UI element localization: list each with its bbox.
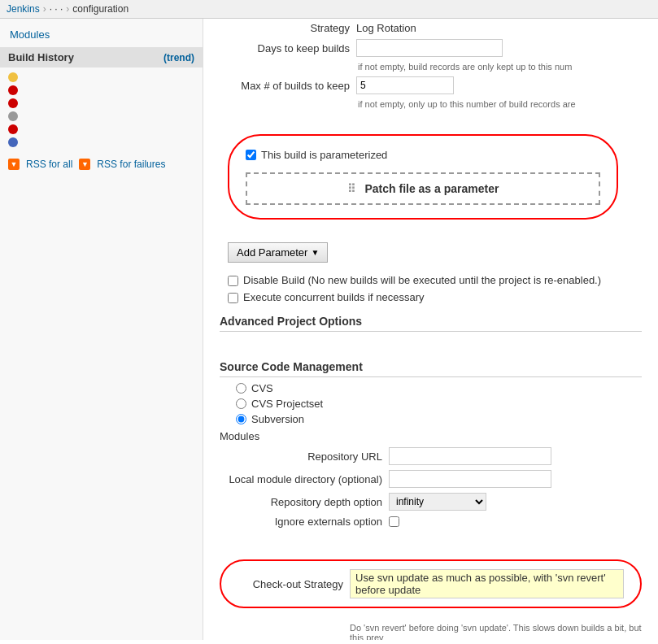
patch-file-dots: ⠿ — [347, 182, 355, 195]
parameterized-checkbox[interactable] — [246, 150, 256, 160]
rss-all-link[interactable]: RSS for all — [26, 159, 72, 170]
checkout-strategy-note: Do 'svn revert' before doing 'svn update… — [350, 623, 642, 640]
status-dot-red — [8, 98, 18, 108]
list-item — [8, 123, 194, 136]
modules-section-label: Modules — [220, 430, 301, 442]
modules-section-row: Modules — [220, 430, 642, 442]
rss-failures-link[interactable]: RSS for failures — [97, 159, 165, 170]
rss-all-icon: ▼ — [8, 159, 20, 170]
local-module-input[interactable] — [389, 470, 551, 488]
status-dot-red — [8, 85, 18, 95]
local-module-label: Local module directory (optional) — [220, 473, 382, 485]
main-content: Strategy Log Rotation Days to keep build… — [203, 19, 658, 640]
main-layout: Modules Build History (trend) — [0, 19, 658, 640]
days-to-keep-label: Days to keep builds — [220, 42, 350, 54]
ignore-externals-row: Ignore externals option — [220, 516, 642, 528]
status-dot-gray — [8, 111, 18, 121]
concurrent-builds-checkbox[interactable] — [228, 293, 238, 303]
cvs-radio[interactable] — [236, 383, 246, 394]
subversion-label: Subversion — [251, 413, 304, 425]
days-to-keep-row: Days to keep builds — [220, 39, 642, 57]
jenkins-link[interactable]: Jenkins — [7, 3, 40, 15]
cvs-projectset-radio-row: CVS Projectset — [236, 398, 642, 410]
days-to-keep-note: if not empty, build records are only kep… — [358, 62, 642, 72]
advanced-options-header: Advanced Project Options — [220, 315, 642, 332]
repo-depth-label: Repository depth option — [220, 496, 382, 508]
status-dot-yellow — [8, 72, 18, 82]
cvs-radio-row: CVS — [236, 382, 642, 394]
trend-link[interactable]: (trend) — [163, 52, 194, 63]
strategy-row: Strategy Log Rotation — [220, 22, 642, 34]
days-to-keep-input[interactable] — [356, 39, 503, 57]
concurrent-builds-row: Execute concurrent builds if necessary — [228, 291, 642, 303]
sep2: › — [66, 3, 69, 15]
concurrent-builds-label: Execute concurrent builds if necessary — [243, 291, 425, 303]
checkout-strategy-label: Check-out Strategy — [237, 578, 343, 590]
list-item — [8, 84, 194, 97]
status-dot-red — [8, 124, 18, 134]
list-item — [8, 136, 194, 149]
parameterized-label: This build is parameterized — [261, 149, 387, 161]
list-item — [8, 71, 194, 84]
list-item — [8, 110, 194, 123]
cvs-projectset-radio[interactable] — [236, 398, 246, 409]
cvs-label: CVS — [251, 382, 273, 394]
add-param-row: Add Parameter ▼ — [220, 242, 642, 263]
source-mgmt-header: Source Code Management — [220, 360, 642, 377]
repo-url-input[interactable] — [389, 447, 551, 465]
checkout-wrapper: Check-out Strategy Use svn update as muc… — [220, 551, 642, 616]
disable-build-checkbox[interactable] — [228, 276, 238, 286]
log-rotation-value: Log Rotation — [356, 22, 416, 34]
rss-links-section: ▼ RSS for all ▼ RSS for failures — [0, 152, 203, 176]
configuration-label: configuration — [72, 3, 129, 15]
sep1: › — [43, 3, 46, 15]
ignore-externals-checkbox[interactable] — [389, 516, 399, 527]
modules-link[interactable]: Modules — [10, 28, 50, 41]
repo-url-label: Repository URL — [220, 450, 382, 463]
add-parameter-button[interactable]: Add Parameter ▼ — [228, 242, 328, 263]
disable-build-row: Disable Build (No new builds will be exe… — [228, 274, 642, 286]
sidebar: Modules Build History (trend) — [0, 19, 203, 640]
breadcrumb-dots: · · · — [50, 3, 63, 15]
max-builds-input[interactable] — [356, 76, 454, 94]
list-item — [8, 97, 194, 110]
max-builds-note: if not empty, only up to this number of … — [358, 99, 642, 109]
build-history-title: Build History — [8, 51, 74, 63]
modules-link-section: Modules — [0, 25, 203, 47]
ignore-externals-label: Ignore externals option — [220, 516, 382, 528]
breadcrumb: Jenkins › · · · › configuration — [0, 0, 658, 19]
build-history-header: Build History (trend) — [0, 47, 203, 67]
strategy-section: Strategy Log Rotation Days to keep build… — [220, 22, 642, 109]
disable-build-label: Disable Build (No new builds will be exe… — [243, 274, 601, 286]
checkout-strategy-value: Use svn update as much as possible, with… — [350, 569, 624, 598]
max-builds-label: Max # of builds to keep — [220, 80, 350, 92]
parameterized-section: This build is parameterized ⠿ Patch file… — [228, 134, 618, 220]
repo-depth-select[interactable]: infinity empty files immediates unknown — [389, 493, 486, 511]
repo-depth-row: Repository depth option infinity empty f… — [220, 493, 642, 511]
subversion-radio[interactable] — [236, 414, 246, 424]
add-parameter-label: Add Parameter — [237, 246, 307, 259]
repo-url-row: Repository URL — [220, 447, 642, 465]
patch-file-block: ⠿ Patch file as a parameter — [246, 172, 600, 205]
status-dot-blue — [8, 137, 18, 147]
subversion-radio-row: Subversion — [236, 413, 642, 425]
checkout-strategy-section: Check-out Strategy Use svn update as muc… — [220, 559, 642, 608]
rss-failures-icon: ▼ — [79, 159, 90, 170]
cvs-projectset-label: CVS Projectset — [251, 398, 323, 410]
max-builds-row: Max # of builds to keep — [220, 76, 642, 94]
build-list — [0, 67, 203, 152]
local-module-row: Local module directory (optional) — [220, 470, 642, 488]
patch-file-label: Patch file as a parameter — [364, 182, 499, 195]
dropdown-arrow-icon: ▼ — [311, 248, 319, 257]
parameterized-check-row: This build is parameterized — [246, 149, 600, 161]
strategy-label: Strategy — [220, 22, 350, 34]
